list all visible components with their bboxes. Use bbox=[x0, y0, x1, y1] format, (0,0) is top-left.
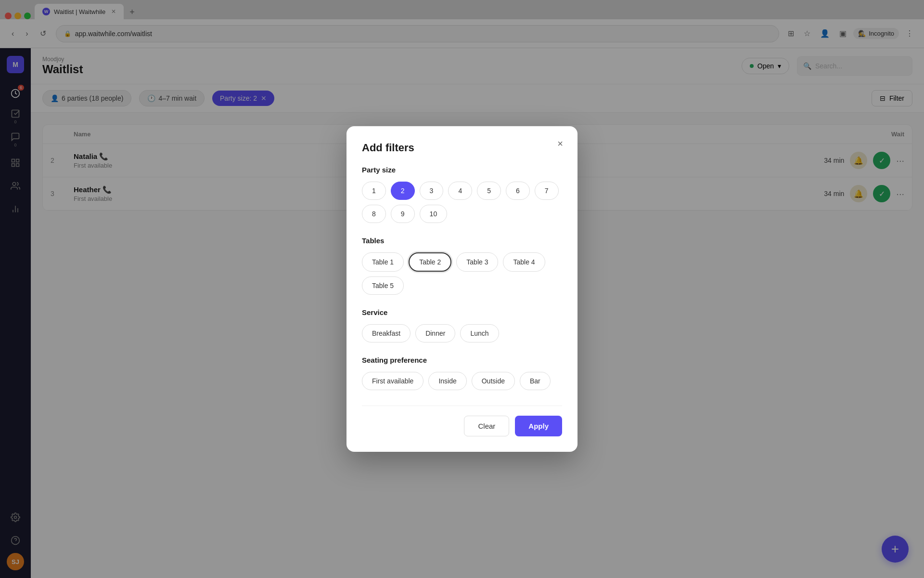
service-option-breakfast[interactable]: Breakfast bbox=[362, 324, 411, 342]
add-filters-modal: Add filters × Party size 1 2 3 4 5 6 7 8… bbox=[346, 126, 578, 452]
party-size-option-7[interactable]: 7 bbox=[535, 182, 559, 200]
clear-button[interactable]: Clear bbox=[464, 416, 509, 436]
party-size-title: Party size bbox=[362, 166, 562, 174]
service-section: Service Breakfast Dinner Lunch bbox=[362, 308, 562, 342]
table-option-5[interactable]: Table 5 bbox=[362, 276, 404, 295]
modal-overlay[interactable]: Add filters × Party size 1 2 3 4 5 6 7 8… bbox=[0, 0, 924, 578]
seating-options: First available Inside Outside Bar bbox=[362, 372, 562, 390]
seating-option-inside[interactable]: Inside bbox=[428, 372, 466, 390]
party-size-option-3[interactable]: 3 bbox=[420, 182, 444, 200]
party-size-option-8[interactable]: 8 bbox=[362, 205, 386, 223]
service-option-dinner[interactable]: Dinner bbox=[415, 324, 455, 342]
table-option-3[interactable]: Table 3 bbox=[456, 252, 498, 272]
party-size-options: 1 2 3 4 5 6 7 8 9 10 bbox=[362, 182, 562, 223]
party-size-section: Party size 1 2 3 4 5 6 7 8 9 10 bbox=[362, 166, 562, 223]
seating-section: Seating preference First available Insid… bbox=[362, 356, 562, 390]
service-options: Breakfast Dinner Lunch bbox=[362, 324, 562, 342]
seating-title: Seating preference bbox=[362, 356, 562, 364]
modal-title: Add filters bbox=[362, 142, 562, 154]
party-size-option-4[interactable]: 4 bbox=[448, 182, 472, 200]
party-size-option-9[interactable]: 9 bbox=[391, 205, 415, 223]
service-title: Service bbox=[362, 308, 562, 316]
table-option-4[interactable]: Table 4 bbox=[503, 252, 545, 272]
modal-footer: Clear Apply bbox=[362, 406, 562, 436]
party-size-option-1[interactable]: 1 bbox=[362, 182, 386, 200]
seating-option-outside[interactable]: Outside bbox=[472, 372, 515, 390]
tables-title: Tables bbox=[362, 236, 562, 245]
modal-close-button[interactable]: × bbox=[552, 136, 568, 151]
party-size-option-10[interactable]: 10 bbox=[420, 205, 448, 223]
party-size-option-6[interactable]: 6 bbox=[506, 182, 530, 200]
party-size-option-5[interactable]: 5 bbox=[477, 182, 501, 200]
table-option-1[interactable]: Table 1 bbox=[362, 252, 404, 272]
apply-button[interactable]: Apply bbox=[515, 416, 562, 436]
party-size-option-2[interactable]: 2 bbox=[391, 182, 415, 200]
tables-options: Table 1 Table 2 Table 3 Table 4 Table 5 bbox=[362, 252, 562, 295]
table-option-2[interactable]: Table 2 bbox=[409, 252, 451, 272]
seating-option-bar[interactable]: Bar bbox=[520, 372, 551, 390]
tables-section: Tables Table 1 Table 2 Table 3 Table 4 T… bbox=[362, 236, 562, 295]
service-option-lunch[interactable]: Lunch bbox=[460, 324, 499, 342]
seating-option-first-available[interactable]: First available bbox=[362, 372, 424, 390]
